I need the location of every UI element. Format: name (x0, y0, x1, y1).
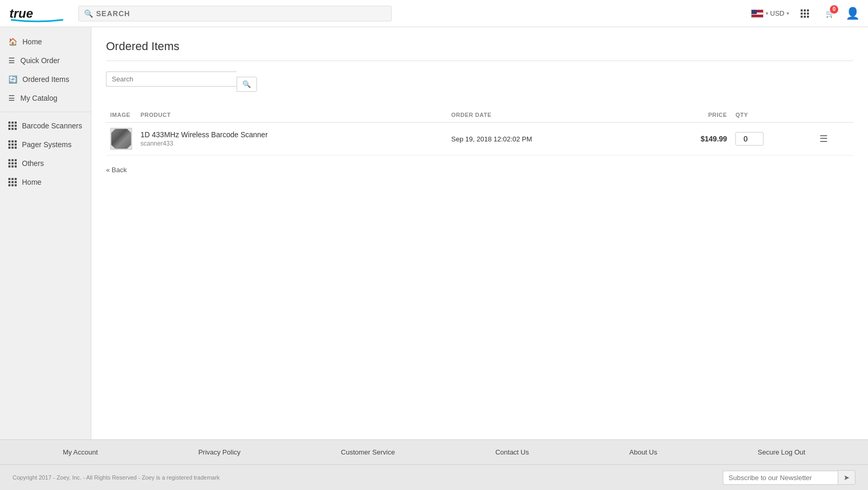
currency-label: USD (770, 9, 784, 17)
cart-badge: 0 (830, 5, 838, 14)
header: true 🔍 ▾ USD ▾ 🛒 0 👤 (0, 0, 868, 27)
ordered-items-table: IMAGE PRODUCT ORDER DATE PRICE QTY (106, 107, 853, 156)
product-info-cell: 1D 433MHz Wireless Barcode Scanner scann… (136, 123, 447, 156)
sidebar-item-ordered-items[interactable]: 🔄 Ordered Items (0, 70, 91, 89)
sidebar-item-label: My Catalog (20, 94, 57, 102)
sidebar-item-pager-systems[interactable]: Pager Systems (0, 135, 91, 154)
flag-icon (751, 9, 764, 18)
back-link[interactable]: « Back (106, 166, 853, 174)
search-input[interactable] (96, 9, 386, 18)
table-row: 1D 433MHz Wireless Barcode Scanner scann… (106, 123, 853, 156)
qty-cell[interactable] (731, 123, 815, 156)
grid-icon (8, 140, 17, 149)
home-icon: 🏠 (8, 38, 17, 46)
sidebar-item-home2[interactable]: Home (0, 173, 91, 192)
action-cell[interactable]: ☰ (815, 123, 853, 156)
grid-icon (8, 159, 17, 168)
grid-view-button[interactable] (795, 4, 814, 23)
footer-link-contact-us[interactable]: Contact Us (495, 448, 529, 456)
product-sku: scanner433 (140, 140, 443, 147)
main-content: Ordered Items 🔍 IMAGE PRODUCT ORDER DATE… (91, 27, 868, 439)
product-search-button[interactable]: 🔍 (237, 77, 257, 92)
product-image-cell (106, 123, 136, 156)
footer-link-my-account[interactable]: My Account (63, 448, 98, 456)
user-account-button[interactable]: 👤 (846, 7, 860, 20)
logo[interactable]: true (8, 4, 66, 23)
col-image: IMAGE (106, 107, 136, 123)
product-thumbnail (110, 128, 132, 150)
sidebar-item-others[interactable]: Others (0, 154, 91, 173)
sidebar: 🏠 Home ☰ Quick Order 🔄 Ordered Items ☰ M… (0, 27, 91, 439)
col-product: PRODUCT (136, 107, 447, 123)
qty-input[interactable] (735, 132, 764, 146)
sidebar-divider (0, 112, 91, 112)
newsletter-form: ➤ (723, 470, 855, 485)
currency-selector[interactable]: ▾ USD ▾ (751, 9, 789, 18)
col-price: PRICE (651, 107, 731, 123)
currency-chevron: ▾ (787, 10, 789, 16)
sidebar-item-label: Ordered Items (22, 75, 69, 83)
col-action (815, 107, 853, 123)
row-action-icon[interactable]: ☰ (819, 134, 828, 144)
newsletter-submit-button[interactable]: ➤ (838, 470, 855, 485)
sidebar-item-label: Others (22, 159, 44, 168)
footer-links: My Account Privacy Policy Customer Servi… (0, 440, 868, 465)
header-right: ▾ USD ▾ 🛒 0 👤 (751, 4, 860, 23)
grid-icon (8, 122, 17, 130)
copyright: Copyright 2017 - Zoey, Inc. - All Rights… (13, 474, 220, 481)
sidebar-item-home[interactable]: 🏠 Home (0, 32, 91, 51)
product-search-input[interactable] (106, 71, 237, 87)
order-date: Sep 19, 2018 12:02:02 PM (451, 135, 532, 143)
grid-icon (8, 178, 17, 186)
footer-link-about-us[interactable]: About Us (629, 448, 657, 456)
ordered-icon: 🔄 (8, 75, 17, 83)
grid-icon (801, 9, 809, 18)
flag-chevron: ▾ (766, 10, 768, 16)
sidebar-item-barcode-scanners[interactable]: Barcode Scanners (0, 116, 91, 135)
product-name: 1D 433MHz Wireless Barcode Scanner (140, 130, 443, 139)
sidebar-item-label: Home (22, 178, 41, 186)
footer-bottom: Copyright 2017 - Zoey, Inc. - All Rights… (0, 465, 868, 490)
sidebar-item-label: Quick Order (20, 56, 60, 65)
user-icon: 👤 (846, 7, 860, 20)
order-date-cell: Sep 19, 2018 12:02:02 PM (447, 123, 651, 156)
sidebar-item-my-catalog[interactable]: ☰ My Catalog (0, 89, 91, 107)
footer: My Account Privacy Policy Customer Servi… (0, 439, 868, 490)
col-order-date: ORDER DATE (447, 107, 651, 123)
catalog-icon: ☰ (8, 94, 15, 102)
sidebar-item-label: Barcode Scanners (22, 122, 82, 130)
search-bar[interactable]: 🔍 (78, 6, 392, 21)
product-thumb-graphic (111, 129, 131, 149)
product-search-container: 🔍 (106, 71, 853, 97)
sidebar-item-label: Home (22, 38, 42, 46)
product-price: $149.99 (701, 135, 728, 143)
list-icon: ☰ (8, 56, 15, 65)
footer-link-customer-service[interactable]: Customer Service (341, 448, 395, 456)
newsletter-input[interactable] (723, 471, 838, 485)
footer-link-secure-logout[interactable]: Secure Log Out (758, 448, 805, 456)
sidebar-item-label: Pager Systems (22, 140, 72, 149)
sidebar-item-quick-order[interactable]: ☰ Quick Order (0, 51, 91, 70)
cart-button[interactable]: 🛒 0 (820, 4, 839, 23)
page-title: Ordered Items (106, 40, 853, 61)
col-qty: QTY (731, 107, 815, 123)
price-cell: $149.99 (651, 123, 731, 156)
layout: 🏠 Home ☰ Quick Order 🔄 Ordered Items ☰ M… (0, 27, 868, 439)
footer-link-privacy-policy[interactable]: Privacy Policy (198, 448, 241, 456)
search-icon: 🔍 (84, 9, 93, 18)
svg-text:true: true (9, 6, 33, 20)
